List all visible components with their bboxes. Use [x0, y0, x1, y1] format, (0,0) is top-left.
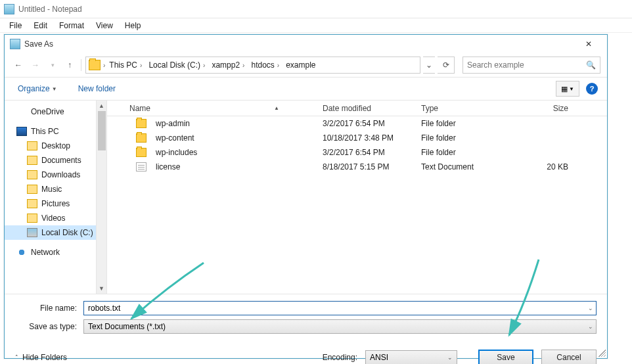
toolbar: Organize▼ New folder ▦ ▼ ? [5, 77, 607, 101]
chevron-down-icon[interactable]: ⌄ [588, 323, 593, 330]
folder-icon [27, 156, 37, 165]
chevron-icon[interactable]: › [277, 62, 279, 69]
address-dropdown[interactable]: ⌄ [423, 57, 435, 74]
scroll-down-arrow[interactable]: ▼ [97, 283, 106, 294]
file-type: Text Document [416, 162, 521, 171]
search-input[interactable] [467, 60, 586, 70]
breadcrumb-item: htdocs› [248, 58, 282, 72]
nav-item-local-disk-c-[interactable]: Local Disk (C:) [5, 225, 106, 240]
filename-input[interactable] [88, 304, 592, 313]
nav-item-documents[interactable]: Documents [5, 153, 106, 168]
nav-item-videos[interactable]: Videos [5, 211, 106, 225]
file-list: wp-admin3/2/2017 6:54 PMFile folderwp-co… [107, 116, 607, 294]
folder-icon [27, 141, 37, 150]
nav-item-pictures[interactable]: Pictures [5, 196, 106, 211]
file-name: wp-content [156, 133, 194, 143]
net-icon [16, 248, 27, 257]
filename-field[interactable]: ⌄ [83, 301, 597, 315]
nav-item-label: Downloads [41, 170, 80, 179]
file-type: File folder [416, 119, 521, 128]
chevron-icon[interactable]: › [140, 62, 142, 69]
menu-file[interactable]: File [4, 20, 27, 32]
chevron-down-icon[interactable]: ⌄ [447, 354, 453, 361]
menu-help[interactable]: Help [120, 20, 147, 32]
scroll-thumb[interactable] [98, 111, 106, 150]
file-type: File folder [416, 148, 521, 157]
nav-item-label: Desktop [41, 141, 70, 150]
dialog-icon [10, 39, 20, 49]
breadcrumb-bar[interactable]: › This PC› Local Disk (C:)› xampp2› htdo… [85, 57, 420, 74]
hide-folders-button[interactable]: ˄ Hide Folders [15, 353, 67, 362]
nav-item-desktop[interactable]: Desktop [5, 139, 106, 153]
file-row[interactable]: wp-content10/18/2017 3:48 PMFile folder [107, 131, 607, 145]
document-icon [136, 162, 147, 171]
recent-dropdown[interactable]: ▾ [45, 58, 60, 72]
help-button[interactable]: ? [586, 83, 598, 95]
file-size: 20 KB [521, 162, 574, 171]
resize-grip[interactable] [597, 348, 606, 357]
file-row[interactable]: wp-admin3/2/2017 6:54 PMFile folder [107, 116, 607, 131]
column-header-type[interactable]: Type [416, 104, 521, 113]
search-icon: 🔍 [586, 60, 596, 70]
menu-edit[interactable]: Edit [28, 20, 53, 32]
cancel-button[interactable]: Cancel [541, 350, 597, 364]
chevron-icon[interactable]: › [103, 62, 105, 69]
file-type: File folder [416, 133, 521, 143]
chevron-icon[interactable]: › [242, 62, 244, 69]
view-options-button[interactable]: ▦ ▼ [556, 81, 579, 97]
nav-item-downloads[interactable]: Downloads [5, 168, 106, 182]
file-date: 10/18/2017 3:48 PM [317, 133, 416, 143]
column-header-name[interactable]: Name▲ [107, 104, 317, 113]
nav-item-label: Videos [41, 214, 65, 223]
filename-label: File name: [15, 304, 83, 313]
folder-icon [136, 148, 147, 157]
nav-scrollbar[interactable]: ▲ ▼ [96, 101, 106, 294]
file-name: wp-admin [156, 119, 190, 128]
nav-item-music[interactable]: Music [5, 182, 106, 196]
nav-item-onedrive[interactable]: OneDrive [5, 104, 106, 119]
nav-separator [81, 59, 81, 71]
scroll-up-arrow[interactable]: ▲ [97, 101, 106, 111]
save-button[interactable]: Save [478, 350, 533, 364]
encoding-combo[interactable]: ANSI ⌄ [365, 350, 457, 364]
nav-row: ← → ▾ ↑ › This PC› Local Disk (C:)› xamp… [5, 53, 607, 77]
search-box[interactable]: 🔍 [463, 57, 600, 74]
nav-item-label: OneDrive [31, 107, 64, 116]
navigation-pane: OneDriveThis PCDesktopDocumentsDownloads… [5, 101, 107, 294]
close-button[interactable]: ✕ [576, 35, 602, 53]
notepad-icon [4, 4, 14, 14]
nav-item-this-pc[interactable]: This PC [5, 124, 106, 139]
file-date: 3/2/2017 6:54 PM [317, 148, 416, 157]
column-header-date[interactable]: Date modified [317, 104, 416, 113]
notepad-titlebar: Untitled - Notepad [0, 0, 632, 18]
column-header-size[interactable]: Size [521, 104, 574, 113]
folder-icon [27, 185, 37, 194]
up-button[interactable]: ↑ [62, 58, 77, 72]
chevron-down-icon[interactable]: ⌄ [588, 305, 593, 311]
savetype-combo[interactable]: Text Documents (*.txt) ⌄ [83, 319, 597, 334]
nav-item-label: Local Disk (C:) [41, 228, 93, 237]
chevron-icon[interactable]: › [203, 62, 205, 69]
dialog-body: OneDriveThis PCDesktopDocumentsDownloads… [5, 101, 607, 294]
folder-icon [27, 199, 37, 208]
nav-item-label: Network [31, 248, 60, 257]
folder-icon [89, 60, 101, 70]
forward-button[interactable]: → [28, 58, 43, 72]
drive-icon [27, 228, 37, 237]
sort-arrow-icon: ▲ [274, 105, 279, 111]
file-row[interactable]: wp-includes3/2/2017 6:54 PMFile folder [107, 145, 607, 160]
folder-icon [136, 133, 147, 143]
chevron-down-icon: ▼ [569, 86, 574, 92]
organize-button[interactable]: Organize▼ [14, 81, 61, 96]
refresh-button[interactable]: ⟳ [438, 57, 455, 74]
file-pane: Name▲ Date modified Type Size wp-admin3/… [107, 101, 607, 294]
menu-format[interactable]: Format [54, 20, 89, 32]
nav-item-network[interactable]: Network [5, 245, 106, 260]
button-row: ˄ Hide Folders Encoding: ANSI ⌄ Save Can… [5, 340, 607, 364]
nav-item-label: This PC [31, 127, 59, 136]
back-button[interactable]: ← [11, 58, 26, 72]
new-folder-button[interactable]: New folder [74, 81, 120, 96]
menu-view[interactable]: View [91, 20, 118, 32]
view-icon: ▦ [561, 85, 568, 93]
file-row[interactable]: license8/18/2017 5:15 PMText Document20 … [107, 160, 607, 174]
